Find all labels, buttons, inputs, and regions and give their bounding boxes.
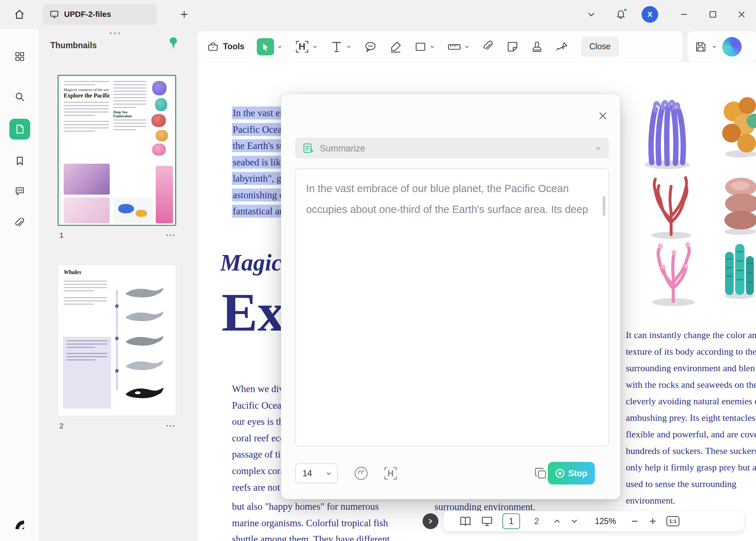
doc-heading-display: Ex	[222, 281, 281, 343]
chevron-down-icon	[325, 470, 332, 477]
selected-text-line[interactable]: the Earth's su	[232, 139, 281, 152]
save-dropdown[interactable]	[711, 44, 717, 50]
doc-right-line: flexible and powerful, and are cove	[626, 428, 756, 441]
dialog-heading-button[interactable]: H	[383, 465, 399, 481]
doc-body-line: Pacific Ocear	[232, 399, 281, 412]
presentation-mode-button[interactable]	[481, 516, 493, 527]
bookmark-icon	[15, 156, 25, 166]
doc-right-line: environment.	[626, 494, 756, 507]
add-text-dropdown[interactable]	[346, 44, 352, 50]
updf-logo-icon[interactable]	[9, 514, 30, 535]
selected-text-line[interactable]: astonishing cr	[232, 188, 281, 201]
shape-tool[interactable]	[414, 41, 435, 53]
dialog-comment-button[interactable]	[353, 465, 369, 481]
thumbnail-1-text-left: Magical creatures of the sea. Explore th…	[64, 81, 109, 134]
collapse-toolbar-button[interactable]	[582, 5, 601, 24]
maximize-button[interactable]	[703, 5, 722, 24]
new-tab-button[interactable]	[175, 5, 193, 24]
doc-body-line: reefs are not c	[232, 481, 281, 494]
thumbnail-page-2[interactable]: Whales	[58, 264, 176, 416]
title-bar: UPDF-2-files X	[0, 0, 756, 29]
thumbnail-1-menu[interactable]	[167, 235, 174, 236]
selected-text-line[interactable]: In the vast em	[232, 106, 281, 119]
close-tools-button[interactable]: Close	[581, 37, 619, 57]
sidebar-item-thumbnails[interactable]	[9, 119, 30, 140]
home-button[interactable]	[10, 5, 29, 24]
minimize-button[interactable]	[675, 5, 693, 24]
sticker-tool[interactable]	[506, 41, 519, 53]
ruler-icon	[447, 41, 461, 53]
tools-button[interactable]: Tools	[207, 41, 245, 53]
panel-drag-handle[interactable]	[110, 32, 120, 34]
pin-panel-button[interactable]	[168, 37, 179, 50]
zoom-level-select[interactable]: 125%	[595, 517, 616, 526]
sidebar-item-bookmarks[interactable]	[9, 150, 30, 171]
app-window: UPDF-2-files X	[0, 0, 756, 541]
account-button[interactable]: X	[642, 6, 658, 23]
thumbnail-2-text-left	[64, 281, 107, 307]
add-text-icon: ​	[330, 40, 343, 54]
selected-text-line[interactable]: Pacific Ocear	[232, 123, 281, 136]
selected-text-line[interactable]: labyrinth", giv	[232, 172, 281, 185]
highlighter-tool[interactable]	[389, 40, 402, 53]
add-text-tool[interactable]: ​	[330, 40, 352, 54]
select-tool-button[interactable]	[257, 38, 274, 55]
search-icon	[14, 91, 25, 102]
stop-button[interactable]: Stop	[548, 462, 595, 485]
sidebar-item-attachments[interactable]	[9, 213, 30, 234]
edit-text-dropdown[interactable]	[312, 44, 318, 50]
actual-size-button[interactable]: 1:1	[666, 516, 679, 526]
summarize-icon	[302, 142, 314, 154]
doc-right-line: cleverly avoiding natural enemies o	[626, 395, 756, 408]
cursor-icon	[261, 42, 270, 51]
dialog-close-button[interactable]	[596, 109, 609, 122]
ai-output-line: In the vast embrace of our blue planet, …	[306, 182, 594, 195]
ai-assistant-button[interactable]	[722, 37, 742, 56]
edit-text-tool[interactable]: H	[295, 40, 318, 54]
stamp-tool[interactable]	[531, 41, 543, 53]
dialog-scrollbar[interactable]	[603, 196, 605, 216]
thumbnail-2-title: Whales	[64, 269, 81, 275]
zoom-out-button[interactable]	[630, 517, 639, 526]
font-size-select[interactable]: 14	[295, 463, 338, 483]
save-button[interactable]	[695, 41, 706, 53]
thumbnail-2-menu[interactable]	[167, 425, 174, 427]
thumbnail-page-1[interactable]: Magical creatures of the sea. Explore th…	[58, 75, 176, 226]
toolbox-icon	[207, 41, 219, 53]
collapse-bottombar-button[interactable]	[423, 513, 438, 529]
sidebar-item-apps[interactable]	[9, 46, 30, 67]
signature-tool[interactable]	[555, 41, 569, 53]
ai-summarize-dialog: Summarize In the vast embrace of our blu…	[281, 94, 620, 499]
thumbnail-1-text-mid: Deep Sea Exploration	[113, 81, 146, 132]
reading-mode-button[interactable]	[459, 516, 472, 527]
current-page-input[interactable]: 1	[502, 513, 520, 529]
document-tab[interactable]: UPDF-2-files	[42, 4, 157, 25]
sidebar-item-comments[interactable]	[9, 181, 30, 201]
previous-page-button[interactable]	[553, 517, 561, 525]
shape-dropdown[interactable]	[429, 44, 435, 50]
thumbnail-1-photo-coral	[64, 164, 110, 195]
rectangle-icon	[414, 41, 427, 53]
avatar: X	[642, 6, 658, 23]
next-page-button[interactable]	[570, 517, 578, 525]
ai-output-area[interactable]: In the vast embrace of our blue planet, …	[295, 168, 609, 446]
selected-text-line[interactable]: fantastical anc	[232, 205, 281, 218]
summarize-mode-select[interactable]: Summarize	[295, 138, 609, 159]
home-icon	[14, 9, 25, 20]
select-tool-dropdown[interactable]	[277, 44, 283, 50]
measure-tool[interactable]	[447, 41, 470, 53]
notification-dot	[623, 8, 627, 12]
doc-right-line: with the rocks and seaweeds on the	[626, 378, 756, 391]
attachment-tool[interactable]	[482, 41, 494, 53]
close-window-button[interactable]	[732, 5, 751, 24]
doc-right-line: It can instantly change the color an	[626, 329, 756, 342]
copy-button[interactable]	[534, 466, 548, 481]
doc-right-line: surrounding environment and blen	[626, 362, 756, 375]
measure-dropdown[interactable]	[464, 44, 470, 50]
monitor-icon	[50, 10, 59, 19]
comment-tool[interactable]	[364, 40, 377, 53]
sidebar-item-search[interactable]	[9, 86, 30, 107]
selected-text-line[interactable]: seabed is like	[232, 156, 281, 169]
notifications-button[interactable]	[611, 5, 630, 24]
zoom-in-button[interactable]	[648, 517, 657, 526]
